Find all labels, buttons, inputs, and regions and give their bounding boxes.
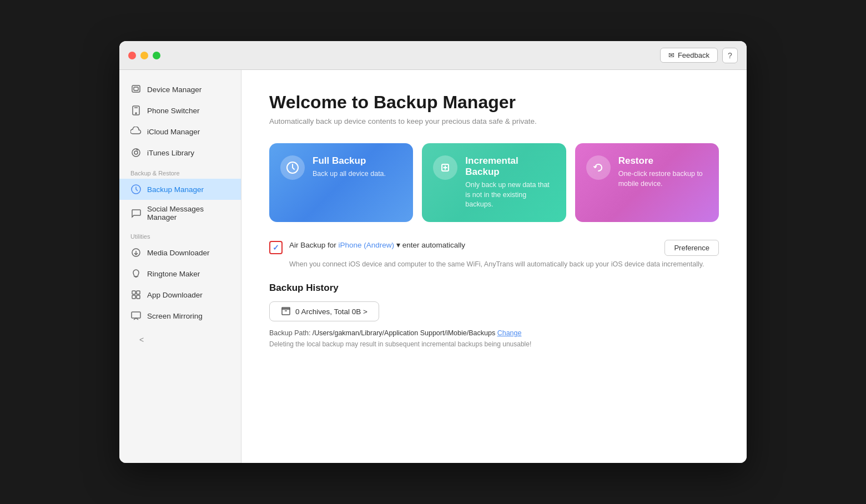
- help-button[interactable]: ?: [722, 48, 738, 63]
- sidebar-item-icloud-manager[interactable]: iCloud Manager: [119, 121, 241, 142]
- air-backup-prefix: Air Backup for: [289, 241, 336, 249]
- backup-path-row: Backup Path: /Users/gakman/Library/Appli…: [269, 329, 719, 337]
- mail-icon: ✉: [668, 51, 674, 59]
- sidebar-item-phone-switcher[interactable]: Phone Switcher: [119, 100, 241, 121]
- restore-desc: One-click restore backup to mobile devic…: [618, 169, 708, 189]
- sidebar-item-media-downloader[interactable]: Media Downloader: [119, 242, 241, 263]
- sidebar-item-device-manager[interactable]: Device Manager: [119, 79, 241, 100]
- sidebar-item-ringtone-maker[interactable]: Ringtone Maker: [119, 263, 241, 284]
- air-backup-suffix: enter automatically: [402, 241, 465, 249]
- restore-text: Restore One-click restore backup to mobi…: [618, 155, 708, 189]
- sidebar-item-backup-manager[interactable]: Backup Manager: [119, 179, 241, 200]
- icloud-manager-label: iCloud Manager: [147, 128, 200, 136]
- sidebar-item-itunes-library[interactable]: iTunes Library: [119, 142, 241, 163]
- dropdown-icon[interactable]: ▾: [396, 241, 400, 249]
- air-backup-checkbox[interactable]: ✓: [269, 241, 283, 254]
- minimize-button[interactable]: [140, 52, 148, 59]
- change-path-link[interactable]: Change: [497, 329, 522, 337]
- sidebar-item-screen-mirroring[interactable]: Screen Mirroring: [119, 305, 241, 326]
- titlebar: ✉ Feedback ?: [119, 41, 747, 70]
- media-downloader-label: Media Downloader: [147, 249, 210, 257]
- full-backup-text: Full Backup Back up all device data.: [313, 155, 386, 179]
- archives-button[interactable]: 0 Archives, Total 0B >: [269, 301, 379, 321]
- itunes-library-icon: [130, 147, 142, 158]
- backup-manager-label: Backup Manager: [147, 185, 204, 194]
- ringtone-maker-label: Ringtone Maker: [147, 270, 200, 278]
- air-backup-description: When you connect iOS device and computer…: [289, 259, 719, 270]
- device-manager-label: Device Manager: [147, 85, 202, 94]
- preference-button[interactable]: Preference: [664, 240, 719, 256]
- svg-rect-1: [134, 87, 138, 90]
- backup-path-label: Backup Path:: [269, 329, 310, 337]
- app-downloader-icon: [130, 289, 142, 300]
- svg-rect-15: [137, 295, 140, 299]
- restore-icon: [586, 155, 611, 180]
- collapse-sidebar-button[interactable]: <: [135, 333, 148, 346]
- incremental-backup-icon: [433, 155, 457, 180]
- incremental-backup-text: Incremental Backup Only back up new data…: [465, 155, 555, 210]
- app-window: ✉ Feedback ? Device Manager: [119, 41, 747, 463]
- feedback-button[interactable]: ✉ Feedback: [660, 48, 718, 63]
- backup-history-title: Backup History: [269, 283, 719, 294]
- svg-rect-0: [132, 85, 140, 92]
- social-messages-label: Social Messages Manager: [147, 205, 230, 221]
- itunes-library-label: iTunes Library: [147, 149, 194, 157]
- air-backup-row: ✓ Air Backup for iPhone (Andrew) ▾ enter…: [269, 240, 719, 256]
- main-content: Device Manager Phone Switcher: [119, 70, 747, 463]
- content-area: Welcome to Backup Manager Automatically …: [241, 70, 747, 463]
- social-messages-icon: [130, 208, 142, 219]
- svg-point-6: [134, 151, 138, 154]
- phone-switcher-label: Phone Switcher: [147, 107, 200, 115]
- backup-path-value: /Users/gakman/Library/Application Suppor…: [313, 329, 495, 337]
- backup-restore-section-label: Backup & Restore: [119, 163, 241, 179]
- app-downloader-label: App Downloader: [147, 291, 203, 299]
- svg-point-5: [132, 149, 140, 157]
- sidebar: Device Manager Phone Switcher: [119, 70, 241, 463]
- archive-icon: [281, 306, 291, 316]
- svg-rect-12: [132, 291, 135, 294]
- sidebar-item-app-downloader[interactable]: App Downloader: [119, 284, 241, 305]
- svg-rect-13: [137, 291, 140, 294]
- svg-rect-16: [132, 312, 140, 318]
- device-manager-icon: [130, 84, 142, 95]
- full-backup-desc: Back up all device data.: [313, 169, 386, 179]
- restore-card[interactable]: Restore One-click restore backup to mobi…: [575, 143, 719, 222]
- incremental-backup-card[interactable]: Incremental Backup Only back up new data…: [422, 143, 566, 222]
- full-backup-title: Full Backup: [313, 155, 386, 167]
- sidebar-bottom: <: [119, 326, 241, 357]
- backup-cards: Full Backup Back up all device data.: [269, 143, 719, 222]
- feedback-label: Feedback: [678, 51, 709, 59]
- maximize-button[interactable]: [153, 52, 160, 59]
- incremental-backup-title: Incremental Backup: [465, 155, 555, 178]
- titlebar-actions: ✉ Feedback ?: [660, 48, 738, 63]
- backup-warning: Deleting the local backup may result in …: [269, 340, 719, 348]
- screen-mirroring-label: Screen Mirroring: [147, 312, 203, 320]
- backup-manager-icon: [130, 184, 142, 195]
- utilities-section-label: Utilities: [119, 226, 241, 242]
- full-backup-icon: [280, 155, 305, 180]
- icloud-manager-icon: [130, 126, 142, 137]
- archives-label: 0 Archives, Total 0B >: [295, 308, 367, 316]
- screen-mirroring-icon: [130, 310, 142, 321]
- page-subtitle: Automatically back up device contents to…: [269, 117, 719, 125]
- close-button[interactable]: [128, 52, 136, 59]
- phone-switcher-icon: [130, 105, 142, 116]
- svg-point-3: [135, 113, 137, 114]
- incremental-backup-desc: Only back up new data that is not in the…: [465, 180, 555, 210]
- svg-rect-14: [132, 295, 135, 299]
- air-backup-text: Air Backup for iPhone (Andrew) ▾ enter a…: [289, 240, 658, 251]
- checkbox-check-icon: ✓: [273, 243, 279, 252]
- restore-title: Restore: [618, 155, 708, 167]
- ringtone-maker-icon: [130, 268, 142, 279]
- media-downloader-icon: [130, 247, 142, 258]
- sidebar-item-social-messages[interactable]: Social Messages Manager: [119, 200, 241, 226]
- page-title: Welcome to Backup Manager: [269, 92, 719, 113]
- device-name[interactable]: iPhone (Andrew): [339, 241, 395, 249]
- traffic-lights: [128, 52, 160, 59]
- full-backup-card[interactable]: Full Backup Back up all device data.: [269, 143, 413, 222]
- help-icon: ?: [728, 51, 732, 60]
